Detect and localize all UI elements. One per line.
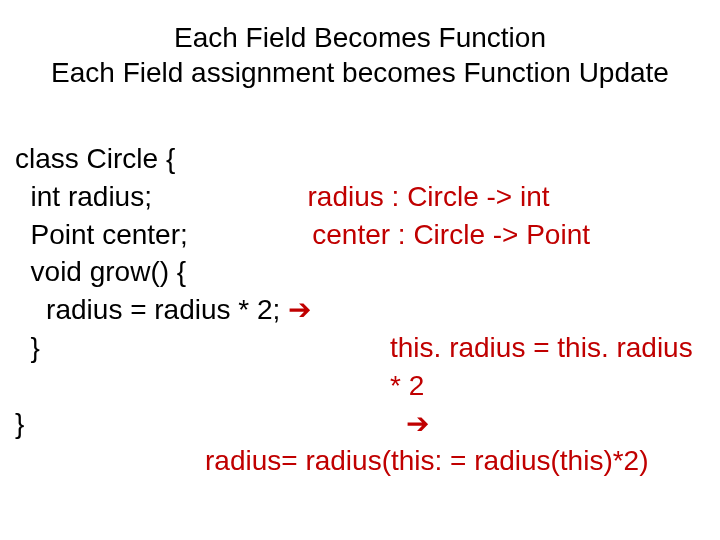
code-line-8: radius= radius(this: = radius(this)*2)	[15, 442, 705, 480]
code-line-4: void grow() {	[15, 253, 705, 291]
code-text: class Circle {	[15, 140, 175, 178]
slide-title: Each Field Becomes Function Each Field a…	[0, 20, 720, 90]
annotation-text: radius= radius(this: = radius(this)*2)	[205, 445, 649, 476]
slide: Each Field Becomes Function Each Field a…	[0, 0, 720, 540]
code-line-3: Point center; center : Circle -> Point	[15, 216, 705, 254]
spacer	[152, 178, 308, 216]
code-text: }	[15, 329, 40, 367]
title-line-2: Each Field assignment becomes Function U…	[0, 55, 720, 90]
spacer	[188, 216, 312, 254]
code-line-6: } this. radius = this. radius * 2	[15, 329, 705, 405]
spacer	[24, 405, 405, 443]
code-text: void grow() {	[15, 253, 186, 291]
spacer	[280, 291, 288, 329]
arrow-icon: ➔	[288, 291, 311, 329]
code-line-1: class Circle {	[15, 140, 705, 178]
annotation-text: this. radius = this. radius * 2	[390, 329, 705, 405]
arrow-icon: ➔	[406, 405, 429, 443]
code-text: Point center;	[15, 216, 188, 254]
annotation-text: radius : Circle -> int	[308, 178, 705, 216]
code-text: int radius;	[15, 178, 152, 216]
slide-content: class Circle { int radius; radius : Circ…	[15, 140, 705, 480]
code-text: radius = radius * 2;	[15, 291, 280, 329]
code-line-7: } ➔	[15, 405, 705, 443]
spacer	[40, 329, 390, 367]
annotation-text: center : Circle -> Point	[312, 216, 705, 254]
code-line-5: radius = radius * 2; ➔	[15, 291, 705, 329]
code-text: }	[15, 405, 24, 443]
code-line-2: int radius; radius : Circle -> int	[15, 178, 705, 216]
title-line-1: Each Field Becomes Function	[0, 20, 720, 55]
